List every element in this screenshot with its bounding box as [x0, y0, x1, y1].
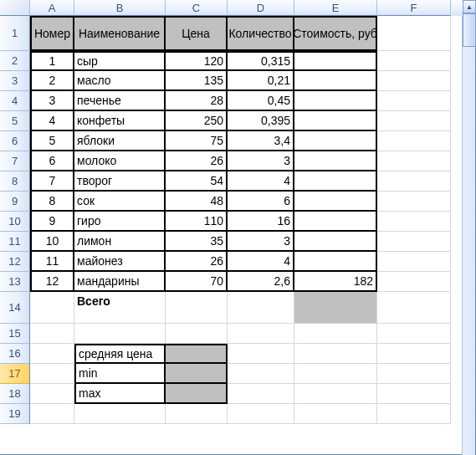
row-header-2[interactable]: 2: [0, 51, 30, 71]
stat-min-label[interactable]: min: [74, 364, 166, 384]
cell-qty[interactable]: 6: [228, 192, 294, 212]
cell-cost[interactable]: [294, 192, 377, 212]
row-header-14[interactable]: 14: [0, 292, 30, 324]
th-name[interactable]: Наименование: [74, 16, 166, 51]
cell[interactable]: [377, 171, 451, 192]
cell[interactable]: [377, 324, 451, 344]
select-all-corner[interactable]: [0, 0, 30, 16]
cell-name[interactable]: молоко: [74, 151, 166, 171]
cell-number[interactable]: 2: [30, 71, 74, 91]
cell[interactable]: [30, 384, 74, 404]
cell[interactable]: [228, 404, 294, 424]
row-header-19[interactable]: 19: [0, 404, 30, 424]
cell[interactable]: [377, 384, 451, 404]
cell-number[interactable]: 7: [30, 171, 74, 192]
cell-qty[interactable]: 4: [228, 171, 294, 192]
row-header-5[interactable]: 5: [0, 111, 30, 131]
cell-qty[interactable]: 0,315: [228, 51, 294, 71]
cell-price[interactable]: 135: [166, 71, 228, 91]
total-cost-cell[interactable]: [294, 292, 377, 324]
col-header-F[interactable]: F: [377, 0, 451, 16]
row-header-11[interactable]: 11: [0, 232, 30, 252]
cell-number[interactable]: 6: [30, 151, 74, 171]
cell-cost[interactable]: [294, 91, 377, 111]
cell-name[interactable]: творог: [74, 171, 166, 192]
cell[interactable]: [377, 292, 451, 324]
stat-max-label[interactable]: max: [74, 384, 166, 404]
row-header-8[interactable]: 8: [0, 171, 30, 192]
cell-price[interactable]: 26: [166, 151, 228, 171]
cell[interactable]: [294, 324, 377, 344]
cell-price[interactable]: 75: [166, 131, 228, 151]
cell[interactable]: [377, 151, 451, 171]
cell-qty[interactable]: 3: [228, 232, 294, 252]
cell[interactable]: [294, 344, 377, 364]
row-header-6[interactable]: 6: [0, 131, 30, 151]
stat-avg-label[interactable]: средняя цена: [74, 344, 166, 364]
cell-number[interactable]: 8: [30, 192, 74, 212]
vertical-scrollbar[interactable]: ▲: [462, 0, 475, 455]
col-header-C[interactable]: C: [166, 0, 228, 16]
col-header-E[interactable]: E: [294, 0, 377, 16]
cell[interactable]: [377, 404, 451, 424]
th-qty[interactable]: Количество: [228, 16, 294, 51]
cell-cost[interactable]: [294, 171, 377, 192]
cell[interactable]: [74, 404, 166, 424]
cell[interactable]: [166, 404, 228, 424]
cell[interactable]: [166, 324, 228, 344]
cell[interactable]: [377, 272, 451, 292]
cell[interactable]: [377, 51, 451, 71]
row-header-15[interactable]: 15: [0, 324, 30, 344]
cell[interactable]: [228, 292, 294, 324]
row-header-18[interactable]: 18: [0, 384, 30, 404]
cell-cost[interactable]: [294, 111, 377, 131]
cell[interactable]: [294, 384, 377, 404]
cell-qty[interactable]: 4: [228, 252, 294, 272]
cell-name[interactable]: конфеты: [74, 111, 166, 131]
th-cost[interactable]: Стоимость, руб: [294, 16, 377, 51]
cell-price[interactable]: 26: [166, 252, 228, 272]
cell[interactable]: [377, 212, 451, 232]
cell[interactable]: [30, 404, 74, 424]
cell[interactable]: [377, 111, 451, 131]
cell-name[interactable]: печенье: [74, 91, 166, 111]
cell[interactable]: [30, 292, 74, 324]
cell[interactable]: [228, 384, 294, 404]
cell-price[interactable]: 35: [166, 232, 228, 252]
cell-qty[interactable]: 0,21: [228, 71, 294, 91]
cell[interactable]: [377, 91, 451, 111]
th-price[interactable]: Цена: [166, 16, 228, 51]
cell[interactable]: [377, 232, 451, 252]
row-header-17[interactable]: 17: [0, 364, 30, 384]
cell-price[interactable]: 54: [166, 171, 228, 192]
cell-number[interactable]: 9: [30, 212, 74, 232]
cell-name[interactable]: лимон: [74, 232, 166, 252]
cell[interactable]: [74, 324, 166, 344]
row-header-13[interactable]: 13: [0, 272, 30, 292]
cell-name[interactable]: майонез: [74, 252, 166, 272]
cell-price[interactable]: 110: [166, 212, 228, 232]
cell-cost[interactable]: [294, 131, 377, 151]
cell[interactable]: [377, 252, 451, 272]
cell-price[interactable]: 48: [166, 192, 228, 212]
row-header-12[interactable]: 12: [0, 252, 30, 272]
worksheet-grid[interactable]: A B C D E F 1 Номер Наименование Цена Ко…: [0, 0, 463, 455]
cell-cost[interactable]: [294, 151, 377, 171]
cell[interactable]: [30, 344, 74, 364]
row-header-4[interactable]: 4: [0, 91, 30, 111]
cell-qty[interactable]: 3: [228, 151, 294, 171]
cell-number[interactable]: 12: [30, 272, 74, 292]
cell[interactable]: [377, 192, 451, 212]
cell[interactable]: [377, 131, 451, 151]
cell[interactable]: [228, 344, 294, 364]
col-header-B[interactable]: B: [74, 0, 166, 16]
cell[interactable]: [294, 404, 377, 424]
row-header-7[interactable]: 7: [0, 151, 30, 171]
cell-name[interactable]: мандарины: [74, 272, 166, 292]
cell[interactable]: [377, 344, 451, 364]
cell-number[interactable]: 5: [30, 131, 74, 151]
cell-number[interactable]: 10: [30, 232, 74, 252]
cell[interactable]: [30, 364, 74, 384]
cell-qty[interactable]: 2,6: [228, 272, 294, 292]
cell-qty[interactable]: 3,4: [228, 131, 294, 151]
